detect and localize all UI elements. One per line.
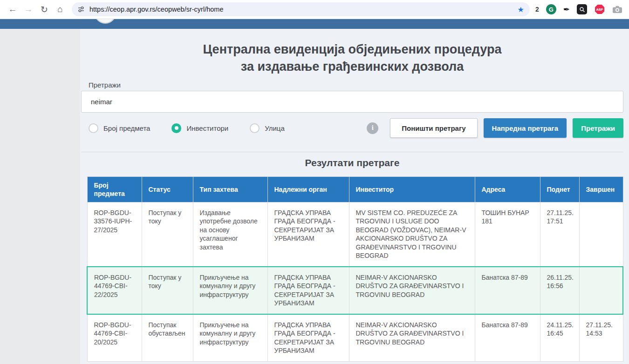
pen-extension-icon[interactable]: ✒ xyxy=(563,5,570,14)
page-title: Централна евиденција обједињених процеду… xyxy=(81,41,623,75)
cell-case-number: ROP-BGDU-44769-CBI-20/2025 xyxy=(87,314,142,361)
radio-label: Улица xyxy=(265,124,285,132)
extensions-cluster: 2 G ✒ ABP xyxy=(535,4,624,15)
site-logo xyxy=(95,19,116,24)
grammarly-icon[interactable]: G xyxy=(546,4,556,14)
cell-case-number: ROP-BGDU-44769-CBI-22/2025 xyxy=(87,267,142,314)
column-header-submitted: Поднет xyxy=(540,177,579,202)
table-row-highlighted[interactable]: ROP-BGDU-44769-CBI-22/2025 Поступак у то… xyxy=(87,267,623,314)
cell-completed xyxy=(579,202,623,267)
search-actions-row: Број предмета Инвеститори Улица i Поништ… xyxy=(81,118,623,138)
cell-request-type: Издавање употребне дозволе на основу уса… xyxy=(193,202,267,267)
cell-submitted: 27.11.25. 17:51 xyxy=(540,202,579,267)
address-bar[interactable]: https://ceop.apr.gov.rs/ceopweb/sr-cyrl/… xyxy=(72,2,530,16)
search-buttons: i Поништи претрагу Напредна претрага Пре… xyxy=(367,118,623,138)
radio-investors[interactable]: Инвеститори xyxy=(171,123,228,133)
cell-address: ТОШИН БУНАР 181 xyxy=(475,202,540,267)
cell-investor: NEIMAR-V AKCIONARSKO DRUŠTVO ZA GRAĐEVIN… xyxy=(349,267,475,314)
column-header-case-number: Број предмета xyxy=(87,177,142,202)
section-divider xyxy=(81,152,623,152)
radio-case-number[interactable]: Број предмета xyxy=(89,123,150,133)
search-label: Претражи xyxy=(89,81,623,89)
table-header-row: Број предмета Статус Тип захтева Надлежн… xyxy=(87,177,623,202)
results-table: Број предмета Статус Тип захтева Надлежн… xyxy=(87,176,623,362)
table-row[interactable]: ROP-BGDU-33576-IUPH-27/2025 Поступак у т… xyxy=(87,202,623,267)
search-input[interactable] xyxy=(81,91,623,113)
radio-street[interactable]: Улица xyxy=(250,123,285,133)
page-content: Централна евиденција обједињених процеду… xyxy=(80,29,629,364)
site-settings-icon[interactable] xyxy=(77,6,85,13)
cell-status: Поступак у току xyxy=(142,202,193,267)
results-title: Резултати претраге xyxy=(81,157,623,169)
column-header-request-type: Тип захтева xyxy=(193,177,267,202)
adblock-plus-icon[interactable]: ABP xyxy=(594,4,605,15)
reload-icon[interactable]: ↻ xyxy=(36,2,52,17)
search-type-radios: Број предмета Инвеститори Улица xyxy=(89,123,285,133)
cell-authority: ГРАДСКА УПРАВА ГРАДА БЕОГРАДА - СЕКРЕТАР… xyxy=(267,267,349,314)
cell-request-type: Прикључење на комуналну и другу инфрастр… xyxy=(193,314,267,361)
cell-completed xyxy=(579,267,623,314)
page-title-line2: за издавање грађевинских дозвола xyxy=(81,58,623,75)
cell-status: Поступак у току xyxy=(142,267,193,314)
radio-label: Број предмета xyxy=(103,124,150,132)
cell-authority: ГРАДСКА УПРАВА ГРАДА БЕОГРАДА - СЕКРЕТАР… xyxy=(267,314,349,361)
left-gutter xyxy=(0,29,80,364)
url-text[interactable]: https://ceop.apr.gov.rs/ceopweb/sr-cyrl/… xyxy=(89,6,223,13)
advanced-search-button[interactable]: Напредна претрага xyxy=(484,118,567,138)
cell-case-number: ROP-BGDU-33576-IUPH-27/2025 xyxy=(87,202,142,267)
tab-count-badge[interactable]: 2 xyxy=(535,6,539,13)
search-button[interactable]: Претражи xyxy=(573,118,623,138)
cell-authority: ГРАДСКА УПРАВА ГРАДА БЕОГРАДА - СЕКРЕТАР… xyxy=(267,202,349,267)
forward-icon: → xyxy=(21,2,36,17)
bookmark-star-icon[interactable]: ★ xyxy=(518,5,524,14)
browser-toolbar: ← → ↻ ⌂ https://ceop.apr.gov.rs/ceopweb/… xyxy=(0,0,629,19)
column-header-status: Статус xyxy=(142,177,193,202)
radio-circle-icon[interactable] xyxy=(250,123,260,133)
column-header-address: Адреса xyxy=(475,177,540,202)
radio-circle-icon[interactable] xyxy=(89,123,98,133)
column-header-investor: Инвеститор xyxy=(349,177,475,202)
column-header-authority: Надлежни орган xyxy=(267,177,349,202)
column-header-completed: Завршен xyxy=(579,177,623,202)
cell-request-type: Прикључење на комуналну и другу инфрастр… xyxy=(193,267,267,314)
home-icon[interactable]: ⌂ xyxy=(52,2,68,17)
cell-submitted: 26.11.25. 16:56 xyxy=(540,267,579,314)
cell-investor: NEIMAR-V AKCIONARSKO DRUŠTVO ZA GRAĐEVIN… xyxy=(349,314,475,361)
cell-investor: MV SISTEM CO. PREDUZEĆE ZA TRGOVINU I US… xyxy=(349,202,475,267)
radio-circle-icon[interactable] xyxy=(171,123,181,133)
search-extension-icon[interactable] xyxy=(577,4,587,14)
cell-address: Банатска 87-89 xyxy=(475,314,540,361)
reset-search-button[interactable]: Поништи претрагу xyxy=(390,118,477,138)
cell-submitted: 24.11.25. 16:45 xyxy=(540,314,579,361)
page-title-line1: Централна евиденција обједињених процеду… xyxy=(81,41,623,58)
table-row[interactable]: ROP-BGDU-44769-CBI-20/2025 Поступак обус… xyxy=(87,314,623,361)
cell-completed: 27.11.25. 14:53 xyxy=(579,314,623,361)
cell-address: Банатска 87-89 xyxy=(475,267,540,314)
svg-text:ABP: ABP xyxy=(596,8,603,11)
back-icon[interactable]: ← xyxy=(5,2,21,17)
site-navbar xyxy=(0,19,629,29)
radio-label: Инвеститори xyxy=(186,124,228,132)
info-icon[interactable]: i xyxy=(367,122,378,134)
screenshot-camera-icon[interactable] xyxy=(612,6,622,13)
cell-status: Поступак обустављен xyxy=(142,314,193,361)
